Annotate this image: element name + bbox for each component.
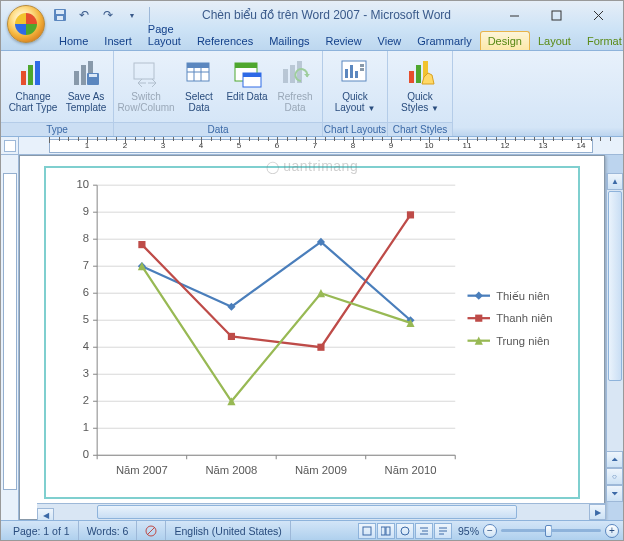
tab-pagelayout[interactable]: Page Layout: [140, 19, 189, 50]
svg-rect-30: [350, 65, 353, 78]
svg-rect-25: [283, 69, 288, 83]
status-bar: Page: 1 of 1 Words: 6 English (United St…: [1, 520, 623, 540]
tab-view[interactable]: View: [370, 31, 410, 50]
tab-grammarly[interactable]: Grammarly: [409, 31, 479, 50]
svg-text:Thiếu niên: Thiếu niên: [496, 290, 549, 302]
qat-dropdown-icon[interactable]: ▼: [123, 6, 141, 24]
tab-mailings[interactable]: Mailings: [261, 31, 317, 50]
horizontal-scroll-thumb[interactable]: [97, 505, 517, 519]
svg-text:8: 8: [83, 232, 89, 244]
group-chart-layouts: Quick Layout ▼ Chart Layouts: [323, 51, 388, 136]
svg-text:2: 2: [83, 394, 89, 406]
svg-text:Năm 2010: Năm 2010: [385, 464, 437, 476]
svg-rect-15: [134, 63, 154, 79]
svg-text:Năm 2009: Năm 2009: [295, 464, 347, 476]
word-count[interactable]: Words: 6: [79, 521, 138, 540]
chevron-down-icon: ▼: [431, 104, 439, 113]
horizontal-scrollbar[interactable]: ◀ ▶: [37, 503, 606, 520]
tab-design[interactable]: Design: [480, 31, 530, 50]
tab-review[interactable]: Review: [318, 31, 370, 50]
language-indicator[interactable]: English (United States): [166, 521, 290, 540]
svg-text:Thanh niên: Thanh niên: [496, 312, 552, 324]
svg-rect-24: [243, 73, 261, 77]
tab-layout[interactable]: Layout: [530, 31, 579, 50]
ruler-toggle[interactable]: [1, 137, 19, 155]
svg-rect-33: [360, 68, 364, 71]
svg-rect-94: [363, 527, 371, 535]
undo-icon[interactable]: ↶: [75, 6, 93, 24]
svg-rect-95: [381, 527, 385, 535]
minimize-button[interactable]: [501, 5, 527, 25]
browse-object-button[interactable]: ○: [606, 468, 623, 485]
save-as-template-button[interactable]: Save As Template: [63, 55, 109, 115]
next-page-button[interactable]: ⏷: [606, 485, 623, 502]
zoom-out-button[interactable]: −: [483, 524, 497, 538]
svg-rect-7: [21, 71, 26, 85]
select-data-button[interactable]: Select Data: [176, 55, 222, 115]
svg-rect-32: [360, 64, 364, 67]
group-label-chartstyles: Chart Styles: [388, 122, 452, 136]
zoom-level[interactable]: 95%: [458, 525, 479, 537]
scroll-up-button[interactable]: ▲: [607, 173, 623, 190]
window-title: Chèn biểu đồ trên Word 2007 - Microsoft …: [152, 8, 501, 22]
svg-text:1: 1: [83, 421, 89, 433]
quick-styles-button[interactable]: Quick Styles ▼: [392, 55, 448, 116]
zoom-slider-thumb[interactable]: [545, 525, 552, 537]
web-layout-view-button[interactable]: [396, 523, 414, 539]
group-chart-styles: Quick Styles ▼ Chart Styles: [388, 51, 453, 136]
document-page[interactable]: uantrimang 012345678910Năm 2007Năm 2008N…: [19, 155, 605, 520]
svg-text:Năm 2007: Năm 2007: [116, 464, 168, 476]
maximize-button[interactable]: [543, 5, 569, 25]
svg-text:7: 7: [83, 259, 89, 271]
view-buttons: [358, 523, 452, 539]
titlebar: ↶ ↷ ▼ Chèn biểu đồ trên Word 2007 - Micr…: [1, 1, 623, 29]
fullscreen-reading-view-button[interactable]: [377, 523, 395, 539]
tab-references[interactable]: References: [189, 31, 261, 50]
page-indicator[interactable]: Page: 1 of 1: [5, 521, 79, 540]
prev-page-button[interactable]: ⏶: [606, 451, 623, 468]
change-chart-type-button[interactable]: Change Chart Type: [5, 55, 61, 115]
chart-object[interactable]: 012345678910Năm 2007Năm 2008Năm 2009Năm …: [44, 166, 580, 499]
svg-point-97: [401, 527, 409, 535]
print-layout-view-button[interactable]: [358, 523, 376, 539]
quick-styles-icon: [404, 57, 436, 89]
svg-rect-29: [345, 69, 348, 78]
vertical-ruler[interactable]: [1, 155, 19, 520]
svg-text:0: 0: [83, 448, 89, 460]
group-data: Switch Row/Column Select Data Edit Data …: [114, 51, 323, 136]
save-icon[interactable]: [51, 6, 69, 24]
group-label-type: Type: [1, 122, 113, 136]
horizontal-ruler[interactable]: 1234567891011121314: [19, 137, 623, 155]
vertical-scroll-thumb[interactable]: [608, 191, 622, 381]
svg-rect-31: [355, 71, 358, 78]
zoom-in-button[interactable]: +: [605, 524, 619, 538]
template-icon: [70, 57, 102, 89]
edit-data-button[interactable]: Edit Data: [224, 55, 270, 104]
tab-home[interactable]: Home: [51, 31, 96, 50]
svg-rect-81: [138, 241, 145, 248]
chart-canvas: 012345678910Năm 2007Năm 2008Năm 2009Năm …: [46, 168, 578, 497]
scroll-right-button[interactable]: ▶: [589, 504, 606, 520]
group-type: Change Chart Type Save As Template Type: [1, 51, 114, 136]
svg-text:Năm 2008: Năm 2008: [205, 464, 257, 476]
ribbon-tabs: Home Insert Page Layout References Maili…: [1, 29, 623, 51]
tab-insert[interactable]: Insert: [96, 31, 140, 50]
office-button[interactable]: [7, 5, 45, 43]
redo-icon[interactable]: ↷: [99, 6, 117, 24]
chevron-down-icon: ▼: [367, 104, 375, 113]
close-button[interactable]: [585, 5, 611, 25]
zoom-slider[interactable]: [501, 529, 601, 532]
svg-rect-34: [409, 71, 414, 83]
switch-icon: [130, 57, 162, 89]
draft-view-button[interactable]: [434, 523, 452, 539]
refresh-icon: [279, 57, 311, 89]
svg-rect-10: [74, 71, 79, 85]
svg-rect-14: [89, 74, 97, 77]
select-data-icon: [183, 57, 215, 89]
outline-view-button[interactable]: [415, 523, 433, 539]
proofing-icon[interactable]: [137, 521, 166, 540]
svg-text:10: 10: [76, 178, 89, 190]
scroll-left-button[interactable]: ◀: [37, 508, 54, 521]
tab-format[interactable]: Format: [579, 31, 624, 50]
quick-layout-button[interactable]: Quick Layout ▼: [327, 55, 383, 116]
